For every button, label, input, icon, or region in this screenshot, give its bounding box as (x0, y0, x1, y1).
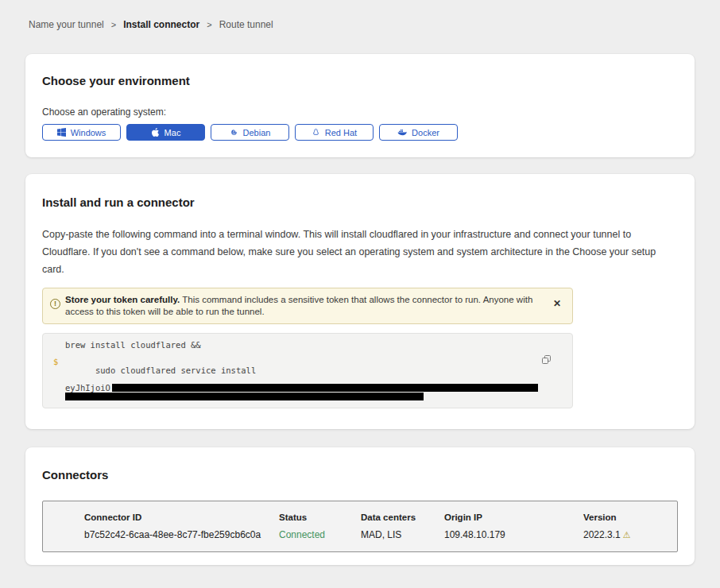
origin-ip-value: 109.48.10.179 (444, 529, 583, 540)
column-header-data-centers: Data centers (361, 513, 444, 522)
column-header-origin-ip: Origin IP (444, 513, 583, 522)
os-button-mac[interactable]: Mac (126, 124, 205, 141)
connectors-table: Connector ID Status Data centers Origin … (42, 501, 678, 552)
breadcrumb-separator: > (111, 20, 116, 29)
environment-card: Choose your environment Choose an operat… (25, 54, 695, 157)
redacted-token-bar (112, 384, 538, 392)
code-line-spacer (43, 350, 572, 358)
os-button-group: Windows Mac Debian Red Hat Docker (42, 124, 678, 141)
data-centers-value: MAD, LIS (361, 529, 444, 540)
column-header-connector-id: Connector ID (84, 513, 279, 522)
os-button-label: Windows (71, 128, 106, 137)
code-line-token: eyJhIjoiO (43, 384, 572, 393)
code-line-brew: brew install cloudflared && (43, 341, 572, 350)
version-value: 2022.3.1⚠ (583, 529, 669, 540)
code-line-token-2 (43, 393, 572, 401)
debian-icon (230, 128, 238, 137)
os-button-label: Mac (165, 128, 181, 137)
copy-icon[interactable] (541, 354, 552, 367)
code-line-install: $sudo cloudflared service install (43, 358, 572, 384)
install-card: Install and run a connector Copy-paste t… (25, 174, 695, 429)
install-description: Copy-paste the following command into a … (42, 226, 678, 278)
apple-icon (151, 128, 160, 137)
status-badge: Connected (279, 529, 361, 540)
breadcrumb-step-install-connector[interactable]: Install connector (123, 19, 199, 30)
breadcrumb-step-route-tunnel[interactable]: Route tunnel (219, 19, 273, 30)
close-icon[interactable]: ✕ (553, 299, 561, 308)
breadcrumb-step-name-tunnel[interactable]: Name your tunnel (29, 19, 104, 30)
os-button-label: Docker (412, 128, 439, 137)
os-button-docker[interactable]: Docker (379, 124, 458, 141)
redhat-icon (312, 128, 320, 137)
install-card-title: Install and run a connector (42, 195, 678, 209)
connectors-card-title: Connectors (42, 468, 678, 482)
version-warning-icon: ⚠ (623, 530, 631, 540)
info-circle-icon: ! (50, 299, 60, 309)
connectors-card: Connectors Connector ID Status Data cent… (25, 447, 695, 565)
docker-icon (397, 128, 407, 137)
shell-prompt: $ (53, 358, 58, 366)
token-warning-bold: Store your token carefully. (65, 295, 180, 304)
breadcrumb: Name your tunnel > Install connector > R… (0, 0, 720, 30)
os-button-redhat[interactable]: Red Hat (295, 124, 374, 141)
breadcrumb-separator: > (207, 20, 211, 29)
os-button-windows[interactable]: Windows (42, 124, 121, 141)
connector-id-value: b7c52c42-6caa-48ee-8c77-fbe259cb6c0a (84, 529, 279, 540)
os-select-label: Choose an operating system: (42, 106, 678, 118)
windows-icon (57, 128, 66, 137)
token-warning-banner: ! Store your token carefully. This comma… (42, 288, 573, 324)
column-header-status: Status (279, 513, 361, 522)
os-button-label: Red Hat (325, 128, 357, 137)
redacted-token-bar (65, 393, 424, 400)
os-button-label: Debian (243, 128, 271, 137)
column-header-version: Version (583, 513, 669, 522)
environment-card-title: Choose your environment (42, 74, 678, 87)
command-code-block: brew install cloudflared && $sudo cloudf… (42, 333, 573, 408)
os-button-debian[interactable]: Debian (211, 124, 289, 141)
